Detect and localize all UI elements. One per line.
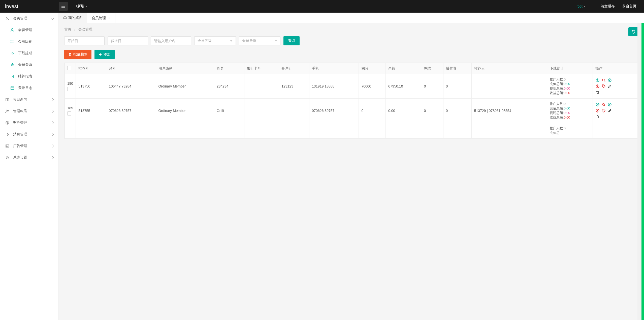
breadcrumb-sep: / xyxy=(74,27,75,31)
user-menu-label[interactable]: root xyxy=(576,4,583,8)
op-search-icon[interactable] xyxy=(601,102,606,107)
col-level: 用户级别 xyxy=(156,63,214,74)
table-row: 190 513756 106447 73284 Ordinary Member … xyxy=(65,74,638,99)
col-bank: 开户行 xyxy=(279,63,309,74)
chevron-right-icon xyxy=(51,121,54,124)
svg-point-9 xyxy=(8,110,9,111)
menu-icon xyxy=(61,4,66,9)
caret-down-icon xyxy=(584,6,586,7)
start-date-input[interactable] xyxy=(64,36,105,45)
cell-frozen: 0 xyxy=(421,74,443,99)
svg-rect-3 xyxy=(13,40,14,41)
sidebar-item-settlement-report[interactable]: 结算报表 xyxy=(0,71,58,82)
sidebar-label: 会员管理 xyxy=(13,16,27,21)
sidebar-label: 系统设置 xyxy=(13,155,27,160)
svg-rect-7 xyxy=(11,87,14,90)
svg-point-8 xyxy=(6,110,8,111)
level-select[interactable]: 会员等级 xyxy=(194,36,236,45)
op-yen-icon[interactable] xyxy=(607,102,612,107)
button-label: 添加 xyxy=(104,52,111,57)
sidebar-group-message[interactable]: 消息管理 xyxy=(0,129,58,140)
sidebar-item-login-log[interactable]: 登录日志 xyxy=(0,82,58,94)
cell-referrer: 513729 | 078951 08554 xyxy=(471,99,547,123)
sidebar-item-member-relation[interactable]: 会员关系 xyxy=(0,59,58,71)
username-input[interactable] xyxy=(151,36,191,45)
home-icon xyxy=(63,16,67,20)
new-add-label: +新增 xyxy=(75,4,84,9)
sidebar-label: 消息管理 xyxy=(13,132,27,137)
top-header: invest +新增 root 清空缓存 前台首页 xyxy=(0,0,644,13)
cell-points: 0 xyxy=(359,99,386,123)
cell-lottery: 0 xyxy=(443,99,471,123)
table-row: 189 513755 070626 39757 Ordinary Member … xyxy=(65,99,638,123)
sidebar-item-member-level[interactable]: 会员级别 xyxy=(0,36,58,47)
op-delete-icon[interactable] xyxy=(595,114,600,119)
sidebar-label: 广告管理 xyxy=(13,144,27,148)
row-checkbox[interactable] xyxy=(67,111,71,115)
chevron-right-icon xyxy=(51,110,54,112)
tab-close-icon[interactable]: × xyxy=(108,16,111,20)
menu-toggle-button[interactable] xyxy=(59,2,68,11)
add-button[interactable]: 添加 xyxy=(94,50,115,59)
svg-point-12 xyxy=(7,146,7,146)
clear-cache-link[interactable]: 清空缓存 xyxy=(601,4,615,9)
cell-stats: 推广人数:0 充值总额:0.00 提现总额:0.00 收益总额:0.00 xyxy=(547,74,593,99)
op-up-icon[interactable] xyxy=(595,102,600,107)
col-ops: 操作 xyxy=(593,63,638,74)
chevron-right-icon xyxy=(51,98,54,101)
breadcrumb-current: 会员管理 xyxy=(78,27,92,31)
sidebar-group-members[interactable]: 会员管理 xyxy=(0,13,58,24)
svg-point-15 xyxy=(602,79,604,81)
new-add-dropdown[interactable]: +新增 xyxy=(75,4,87,9)
col-referrer: 推荐人 xyxy=(471,63,547,74)
tab-member-manage[interactable]: 会员管理 × xyxy=(87,13,115,23)
row-checkbox[interactable] xyxy=(67,87,71,91)
sidebar-label: 项目新闻 xyxy=(13,97,27,102)
op-tag-icon[interactable] xyxy=(601,108,606,113)
button-label: 批量删除 xyxy=(73,52,87,57)
row-id: 189 xyxy=(67,106,73,110)
cell-name: 234234 xyxy=(214,74,244,99)
sidebar-item-member-manage[interactable]: 会员管理 xyxy=(0,24,58,36)
sidebar-label: 会员管理 xyxy=(18,28,32,32)
table-row: 推广人数:0充值总 xyxy=(65,123,638,138)
cell-lottery: 0 xyxy=(443,74,471,99)
sidebar-group-ad[interactable]: 广告管理 xyxy=(0,140,58,152)
cell-bank xyxy=(279,99,309,123)
logo: invest xyxy=(0,4,59,9)
svg-rect-2 xyxy=(11,40,12,41)
refresh-button[interactable] xyxy=(628,27,638,36)
end-date-input[interactable] xyxy=(108,36,148,45)
cell-stats: 推广人数:0充值总 xyxy=(547,123,593,138)
sidebar-group-finance[interactable]: 财务管理 xyxy=(0,117,58,129)
sidebar-item-downline-commission[interactable]: 下线提成 xyxy=(0,47,58,59)
op-dollar-icon[interactable] xyxy=(595,108,600,113)
tab-desktop[interactable]: 我的桌面 xyxy=(59,13,87,23)
op-dollar-icon[interactable] xyxy=(595,84,600,89)
select-all-checkbox[interactable] xyxy=(67,66,71,70)
header-right: root 清空缓存 前台首页 xyxy=(576,4,644,9)
users-icon xyxy=(5,109,10,113)
op-edit-icon[interactable] xyxy=(607,108,612,113)
sidebar-group-news[interactable]: 项目新闻 xyxy=(0,94,58,105)
tab-label: 会员管理 xyxy=(92,16,106,20)
cell-bankcard xyxy=(244,74,279,99)
search-button[interactable]: 查询 xyxy=(283,36,300,45)
sidebar-group-admin[interactable]: 管理帐号 xyxy=(0,105,58,117)
op-up-icon[interactable] xyxy=(595,78,600,82)
col-frozen: 冻结 xyxy=(421,63,443,74)
role-select[interactable]: 会员身份 xyxy=(239,36,280,45)
op-delete-icon[interactable] xyxy=(595,90,600,95)
front-home-link[interactable]: 前台首页 xyxy=(622,4,636,9)
op-edit-icon[interactable] xyxy=(607,84,612,89)
op-yen-icon[interactable] xyxy=(607,78,612,82)
op-tag-icon[interactable] xyxy=(601,84,606,89)
breadcrumb: 首页 / 会员管理 xyxy=(64,27,638,32)
op-search-icon[interactable] xyxy=(601,78,606,82)
col-points: 积分 xyxy=(359,63,386,74)
row-id: 190 xyxy=(67,81,73,85)
scrollbar-track[interactable] xyxy=(637,23,641,320)
batch-delete-button[interactable]: 批量删除 xyxy=(64,50,91,59)
sidebar-group-system[interactable]: 系统设置 xyxy=(0,152,58,163)
breadcrumb-home[interactable]: 首页 xyxy=(64,27,71,31)
